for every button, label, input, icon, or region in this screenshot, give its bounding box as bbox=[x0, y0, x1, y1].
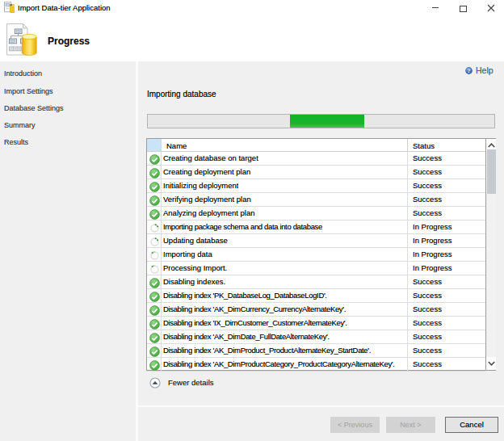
svg-text:?: ? bbox=[467, 68, 470, 74]
